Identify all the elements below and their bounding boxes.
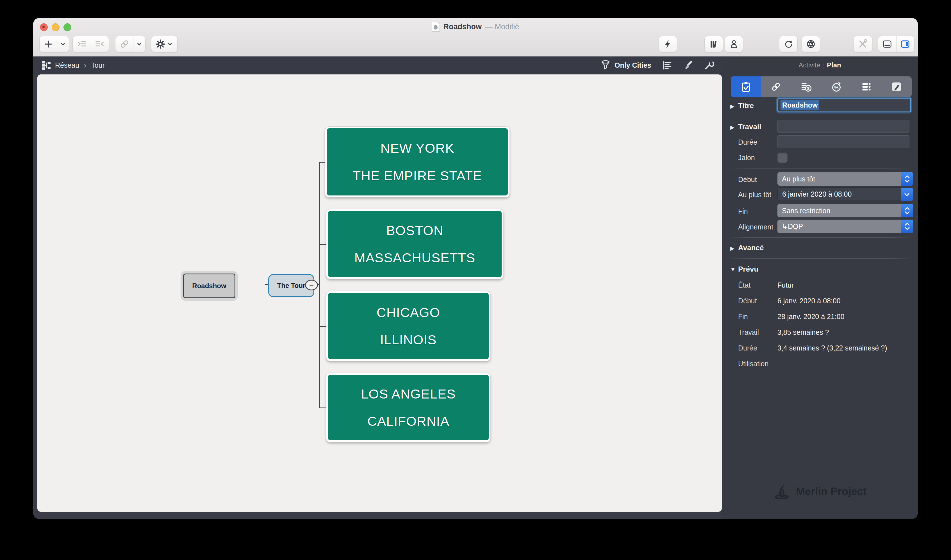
connector-stub — [319, 326, 326, 327]
titre-value: Roadshow — [780, 100, 819, 110]
activity-box-los-angeles[interactable]: LOS ANGELES CALIFORNIA — [326, 373, 490, 442]
conflicts-button[interactable] — [659, 36, 677, 52]
network-canvas[interactable]: Roadshow The Tour − NEW YORK THE EMPIRE … — [37, 74, 722, 512]
screen: Roadshow — Modifié — [0, 0, 951, 560]
tab-progress[interactable]: % — [821, 76, 851, 97]
sync-button[interactable] — [779, 36, 798, 52]
view-tools: Only Cities — [600, 57, 714, 74]
duree-input[interactable] — [777, 135, 909, 148]
etat-value: Futur — [777, 281, 794, 289]
titre-input[interactable]: Roadshow — [777, 98, 911, 112]
outdent-button[interactable] — [91, 36, 109, 52]
node-roadshow[interactable]: Roadshow — [183, 274, 235, 298]
connector-stub — [319, 244, 326, 245]
window-title: Roadshow — Modifié — [33, 22, 918, 32]
right-sidebar-icon — [900, 39, 911, 49]
settings-wrench-icon[interactable] — [703, 60, 714, 70]
travail-input[interactable] — [777, 120, 909, 132]
collapse-toggle[interactable]: − — [305, 280, 318, 291]
library-button[interactable] — [705, 36, 723, 52]
node-the-tour-label: The Tour — [277, 282, 306, 289]
network-view-icon — [42, 60, 51, 70]
prevu-fin-value: 28 janv. 2020 à 21:00 — [777, 312, 845, 321]
merlin-watermark-text: Merlin Project — [796, 486, 866, 498]
activity-title: LOS ANGELES — [361, 386, 456, 402]
connector-line — [265, 284, 268, 285]
inspector-panel: Activité : Plan — [722, 57, 918, 519]
etat-label: État — [738, 281, 751, 289]
library-books-icon — [709, 39, 719, 49]
activity-subtitle: CALIFORNIA — [367, 414, 449, 429]
alignement-label: Alignement — [738, 223, 773, 231]
debut-value: Au plus tôt — [782, 175, 815, 183]
activity-title: BOSTON — [386, 223, 443, 238]
tab-utilization[interactable] — [851, 76, 881, 97]
activity-title: CHICAGO — [377, 305, 440, 320]
activity-header-label: Activité : — [799, 61, 824, 69]
activity-box-boston[interactable]: BOSTON MASSACHUSETTS — [326, 209, 503, 279]
combo-chevron-icon — [901, 188, 913, 201]
gear-icon — [155, 39, 165, 49]
tab-plan[interactable] — [731, 76, 761, 97]
popup-chevrons-icon — [901, 220, 913, 233]
activity-box-new-york[interactable]: NEW YORK THE EMPIRE STATE — [325, 127, 509, 197]
indent-button[interactable] — [73, 36, 91, 52]
tab-style[interactable] — [882, 76, 912, 97]
au-plus-tot-value: 6 janvier 2020 à 08:00 — [782, 190, 852, 198]
right-sidebar-toggle[interactable] — [896, 36, 914, 52]
link-button-group — [115, 36, 146, 52]
clock-percent-icon: % — [831, 81, 842, 92]
app-window: Roadshow — Modifié — [33, 18, 918, 519]
tools-button[interactable] — [853, 36, 873, 52]
align-text-icon[interactable] — [662, 60, 672, 70]
activity-header: Activité : Plan — [722, 57, 918, 74]
alignement-popup[interactable]: ↳DQP — [777, 220, 913, 233]
disclosure-titre-icon[interactable]: ▶ — [730, 103, 734, 109]
insert-button-group — [39, 36, 69, 52]
activity-box-chicago[interactable]: CHICAGO ILLINOIS — [326, 291, 490, 361]
tab-links[interactable] — [761, 76, 791, 97]
au-plus-tot-combo[interactable]: 6 janvier 2020 à 08:00 — [777, 187, 913, 201]
panel-toggle-group — [878, 36, 914, 52]
plus-icon — [43, 39, 53, 49]
fin-popup[interactable]: Sans restriction — [777, 204, 913, 217]
add-activity-button[interactable] — [40, 36, 57, 52]
link-icon — [770, 81, 782, 92]
activity-header-value: Plan — [827, 61, 841, 69]
cost-icon: $ — [800, 81, 812, 92]
disclosure-prevu-icon[interactable]: ▼ — [730, 266, 736, 273]
utilisation-label: Utilisation — [738, 360, 768, 368]
alignement-value: ↳DQP — [782, 222, 803, 231]
format-brush-icon[interactable] — [683, 60, 693, 70]
bottom-panel-toggle[interactable] — [878, 36, 896, 52]
breadcrumb-item[interactable]: Tour — [91, 61, 105, 69]
disclosure-avance-icon[interactable]: ▶ — [730, 245, 734, 252]
network-settings-button[interactable] — [802, 36, 820, 52]
outdent-icon — [94, 39, 105, 49]
breadcrumb-view[interactable]: Réseau — [55, 61, 79, 69]
resources-button[interactable] — [725, 36, 743, 52]
popup-chevrons-icon — [901, 204, 913, 217]
breadcrumb[interactable]: Réseau › Tour — [42, 57, 105, 74]
fin-label: Fin — [738, 207, 748, 215]
add-options-button[interactable] — [57, 36, 69, 52]
tab-finances[interactable]: $ — [791, 76, 821, 97]
chevron-down-icon — [166, 41, 173, 48]
disclosure-travail-icon[interactable]: ▶ — [730, 124, 734, 131]
connector-trunk — [319, 162, 320, 408]
jalon-checkbox[interactable] — [777, 152, 788, 163]
filter-chip[interactable]: Only Cities — [600, 60, 651, 70]
activity-subtitle: MASSACHUSETTS — [354, 250, 476, 265]
debut-popup[interactable]: Au plus tôt — [777, 172, 913, 186]
action-menu-button[interactable] — [151, 36, 177, 52]
titre-label: Titre — [738, 102, 754, 110]
indent-button-group — [72, 36, 109, 52]
prevu-duree-value: 3,4 semaines ? (3,22 semainesé ?) — [777, 344, 887, 352]
link-activities-button[interactable] — [115, 36, 133, 52]
sync-icon — [783, 39, 793, 49]
window-title-text: Roadshow — [443, 23, 482, 31]
window-modified-status: — Modifié — [485, 23, 519, 31]
link-options-button[interactable] — [133, 36, 145, 52]
prevu-duree-label: Durée — [738, 344, 757, 352]
activity-subtitle: ILLINOIS — [380, 332, 437, 348]
